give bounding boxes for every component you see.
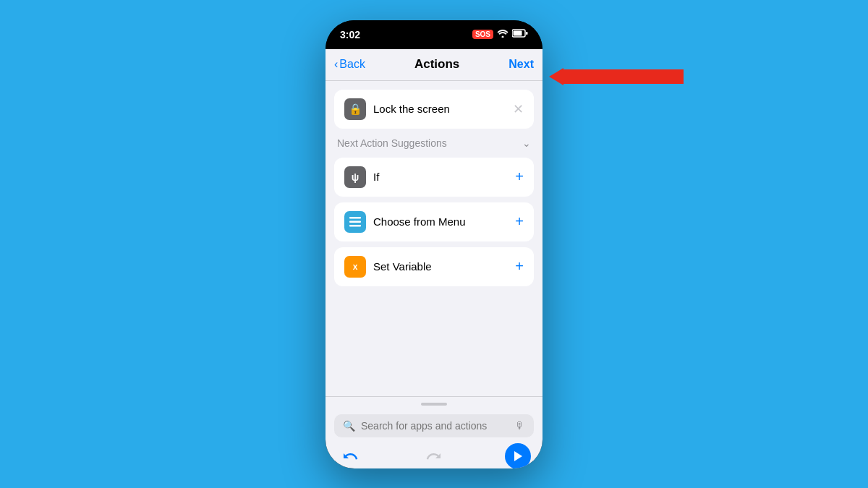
content-area: 🔒 Lock the screen ✕ Next Action Suggesti…: [326, 81, 542, 396]
set-variable-suggestion[interactable]: x Set Variable +: [334, 247, 534, 286]
lock-screen-action: 🔒 Lock the screen ✕: [334, 90, 534, 129]
wifi-icon: [497, 29, 509, 40]
svg-rect-4: [349, 217, 361, 219]
add-if-button[interactable]: +: [515, 168, 524, 185]
menu-label: Choose from Menu: [373, 215, 466, 228]
bottom-bar: 🔍 🎙: [326, 396, 542, 468]
next-button[interactable]: Next: [509, 58, 534, 71]
search-input[interactable]: [361, 420, 509, 432]
svg-rect-2: [514, 31, 522, 36]
suggestions-title: Next Action Suggestions: [337, 137, 447, 149]
if-icon: ψ: [344, 166, 366, 188]
search-icon: 🔍: [343, 420, 355, 432]
drag-handle: [421, 403, 447, 406]
var-label: Set Variable: [373, 260, 432, 273]
remove-action-button[interactable]: ✕: [513, 101, 524, 117]
menu-icon: [344, 211, 366, 233]
nav-title: Actions: [414, 57, 459, 72]
svg-rect-3: [526, 32, 528, 35]
choose-from-menu-suggestion[interactable]: Choose from Menu +: [334, 202, 534, 241]
sos-badge: SOS: [472, 30, 493, 39]
lock-action-label: Lock the screen: [373, 103, 450, 115]
status-icons: SOS: [472, 29, 528, 40]
battery-icon: [512, 29, 528, 40]
nav-bar: ‹ Back Actions Next: [326, 49, 542, 81]
variable-icon: x: [344, 256, 366, 278]
status-bar: 3:02 SOS: [326, 20, 542, 49]
phone-frame: 3:02 SOS: [326, 20, 542, 468]
svg-point-0: [502, 36, 504, 38]
svg-marker-7: [514, 451, 522, 461]
if-suggestion[interactable]: ψ If +: [334, 158, 534, 197]
annotation-arrow: [549, 69, 684, 84]
suggestions-collapse-button[interactable]: ⌄: [522, 137, 531, 149]
back-label: Back: [339, 58, 365, 71]
back-button[interactable]: ‹ Back: [334, 58, 365, 71]
lock-icon: 🔒: [344, 98, 366, 120]
add-menu-button[interactable]: +: [515, 213, 524, 230]
svg-rect-6: [349, 225, 361, 227]
add-var-button[interactable]: +: [515, 258, 524, 275]
svg-rect-5: [349, 221, 361, 223]
time-display: 3:02: [340, 29, 360, 40]
if-label: If: [373, 171, 379, 183]
search-bar[interactable]: 🔍 🎙: [334, 414, 534, 437]
redo-button[interactable]: [421, 443, 447, 468]
back-chevron-icon: ‹: [334, 58, 338, 71]
mic-icon[interactable]: 🎙: [515, 420, 525, 432]
suggestions-header: Next Action Suggestions ⌄: [334, 134, 534, 152]
run-button[interactable]: [505, 443, 531, 468]
bottom-controls: [334, 443, 534, 468]
undo-button[interactable]: [337, 443, 363, 468]
